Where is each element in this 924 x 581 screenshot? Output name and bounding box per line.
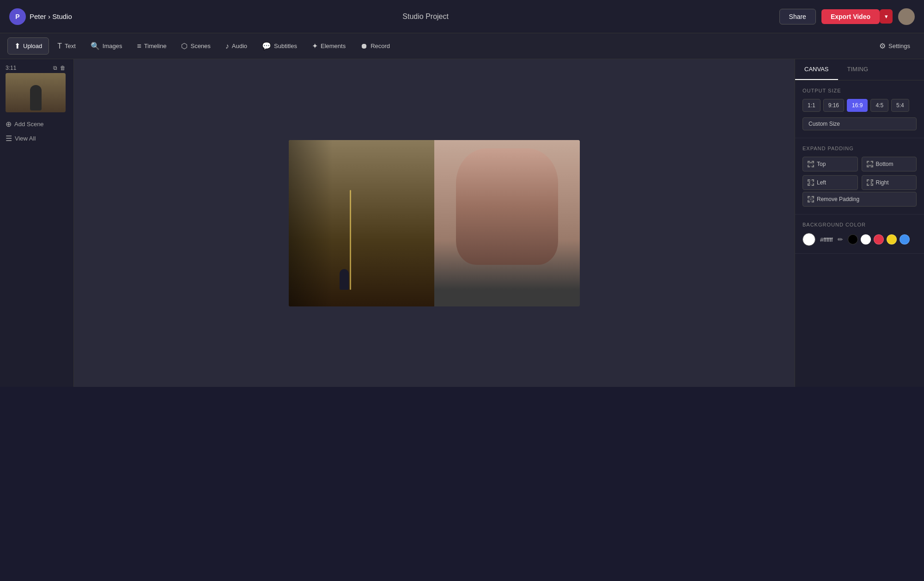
add-scene-button[interactable]: ⊕ Add Scene bbox=[6, 117, 68, 131]
scene-thumbnail: 3:11 ⧉ 🗑 bbox=[6, 65, 66, 112]
video-preview bbox=[289, 140, 580, 306]
settings-label: Settings bbox=[888, 43, 910, 49]
text-button[interactable]: T Text bbox=[51, 38, 82, 54]
scenes-icon: ⬡ bbox=[181, 42, 188, 50]
bg-color-section: BACKGROUND COLOR #ffffff ✏ bbox=[795, 214, 924, 254]
padding-left-button[interactable]: Left bbox=[802, 175, 858, 190]
color-black[interactable] bbox=[848, 234, 858, 245]
subtitles-button[interactable]: 💬 Subtitles bbox=[255, 38, 304, 54]
padding-left-label: Left bbox=[817, 179, 826, 186]
color-swatches bbox=[848, 234, 910, 245]
panel-tabs: CANVAS TIMING bbox=[795, 59, 924, 80]
export-button[interactable]: Export Video bbox=[821, 9, 880, 24]
svg-rect-6 bbox=[871, 181, 872, 184]
canvas-tab[interactable]: CANVAS bbox=[795, 59, 838, 80]
color-yellow[interactable] bbox=[887, 234, 897, 245]
text-label: Text bbox=[65, 43, 76, 49]
audio-icon: ♪ bbox=[225, 42, 229, 50]
elements-icon: ✦ bbox=[312, 42, 318, 50]
record-button[interactable]: ⏺ Record bbox=[354, 38, 396, 54]
elements-label: Elements bbox=[321, 43, 346, 49]
add-scene-label: Add Scene bbox=[14, 121, 44, 128]
settings-icon: ⚙ bbox=[879, 42, 886, 50]
remove-padding-button[interactable]: Remove Padding bbox=[802, 192, 917, 207]
ratio-4-5[interactable]: 4:5 bbox=[870, 99, 888, 112]
export-group: Export Video ▾ bbox=[821, 9, 893, 24]
main-layout: 3:11 ⧉ 🗑 ⊕ Add Scene ☰ View All bbox=[0, 59, 924, 387]
video-right-panel bbox=[434, 140, 580, 306]
output-size-section: OUTPUT SIZE 1:1 9:16 16:9 4:5 5:4 Custom… bbox=[795, 80, 924, 138]
audio-label: Audio bbox=[232, 43, 247, 49]
svg-rect-1 bbox=[809, 163, 813, 166]
remove-padding-label: Remove Padding bbox=[817, 196, 859, 202]
timing-tab[interactable]: TIMING bbox=[838, 59, 878, 80]
view-all-label: View All bbox=[15, 135, 36, 142]
share-button[interactable]: Share bbox=[779, 9, 816, 24]
view-all-button[interactable]: ☰ View All bbox=[6, 131, 68, 146]
upload-button[interactable]: ⬆ Upload bbox=[7, 37, 49, 55]
padding-bottom-button[interactable]: Bottom bbox=[862, 157, 917, 171]
padding-left-icon bbox=[808, 179, 814, 186]
color-white[interactable] bbox=[861, 234, 871, 245]
timeline-button[interactable]: ≡ Timeline bbox=[130, 38, 173, 54]
svg-rect-0 bbox=[809, 162, 813, 163]
copy-scene-icon[interactable]: ⧉ bbox=[53, 65, 57, 71]
nav-right: Share Export Video ▾ bbox=[779, 8, 915, 25]
settings-button[interactable]: ⚙ Settings bbox=[873, 38, 917, 54]
svg-rect-3 bbox=[868, 162, 871, 165]
user-avatar bbox=[898, 8, 915, 25]
record-icon: ⏺ bbox=[360, 42, 368, 50]
text-icon: T bbox=[57, 42, 62, 50]
svg-rect-4 bbox=[809, 181, 810, 184]
images-icon: 🔍 bbox=[91, 42, 100, 50]
ratio-1-1[interactable]: 1:1 bbox=[802, 99, 821, 112]
record-label: Record bbox=[371, 43, 390, 49]
scenes-button[interactable]: ⬡ Scenes bbox=[175, 38, 217, 54]
add-scene-icon: ⊕ bbox=[6, 120, 12, 128]
project-title: Studio Project bbox=[79, 12, 772, 21]
padding-grid: Top Bottom Left bbox=[802, 157, 917, 190]
output-size-title: OUTPUT SIZE bbox=[802, 88, 917, 93]
top-nav: P Peter › Studio Studio Project Share Ex… bbox=[0, 0, 924, 33]
scene-thumb-actions: ⧉ 🗑 bbox=[53, 65, 66, 71]
bg-color-swatch[interactable] bbox=[802, 233, 815, 246]
padding-top-button[interactable]: Top bbox=[802, 157, 858, 171]
svg-rect-5 bbox=[810, 181, 813, 184]
video-left-panel bbox=[289, 140, 434, 306]
padding-bottom-icon bbox=[867, 161, 873, 167]
padding-top-label: Top bbox=[817, 161, 826, 167]
upload-label: Upload bbox=[23, 43, 42, 49]
elements-button[interactable]: ✦ Elements bbox=[305, 38, 352, 54]
breadcrumb-user: Peter bbox=[30, 12, 46, 20]
padding-top-icon bbox=[808, 161, 814, 167]
expand-padding-section: EXPAND PADDING Top Bottom bbox=[795, 138, 924, 214]
subtitles-icon: 💬 bbox=[262, 42, 271, 50]
subtitles-label: Subtitles bbox=[274, 43, 297, 49]
padding-bottom-label: Bottom bbox=[876, 161, 894, 167]
scene-thumb-image[interactable] bbox=[6, 73, 66, 112]
custom-size-button[interactable]: Custom Size bbox=[802, 117, 917, 130]
images-label: Images bbox=[103, 43, 122, 49]
scene-time: 3:11 bbox=[6, 65, 16, 71]
ratio-5-4[interactable]: 5:4 bbox=[891, 99, 909, 112]
upload-icon: ⬆ bbox=[14, 42, 20, 50]
bg-color-row: #ffffff ✏ bbox=[802, 233, 917, 246]
padding-right-button[interactable]: Right bbox=[862, 175, 917, 190]
export-dropdown-button[interactable]: ▾ bbox=[880, 9, 893, 24]
ratio-9-16[interactable]: 9:16 bbox=[823, 99, 844, 112]
color-blue[interactable] bbox=[900, 234, 910, 245]
color-red[interactable] bbox=[874, 234, 884, 245]
scene-thumb-header: 3:11 ⧉ 🗑 bbox=[6, 65, 66, 71]
left-sidebar: 3:11 ⧉ 🗑 ⊕ Add Scene ☰ View All bbox=[0, 59, 74, 387]
svg-rect-7 bbox=[868, 181, 870, 184]
color-picker-icon[interactable]: ✏ bbox=[838, 236, 843, 243]
timeline-icon: ≡ bbox=[137, 42, 141, 50]
ratio-16-9[interactable]: 16:9 bbox=[847, 99, 868, 112]
images-button[interactable]: 🔍 Images bbox=[84, 38, 129, 54]
delete-scene-icon[interactable]: 🗑 bbox=[60, 65, 66, 71]
svg-rect-2 bbox=[868, 165, 871, 166]
audio-button[interactable]: ♪ Audio bbox=[219, 38, 254, 54]
expand-padding-title: EXPAND PADDING bbox=[802, 146, 917, 151]
brand-avatar: P bbox=[9, 8, 26, 25]
padding-right-icon bbox=[867, 179, 873, 186]
